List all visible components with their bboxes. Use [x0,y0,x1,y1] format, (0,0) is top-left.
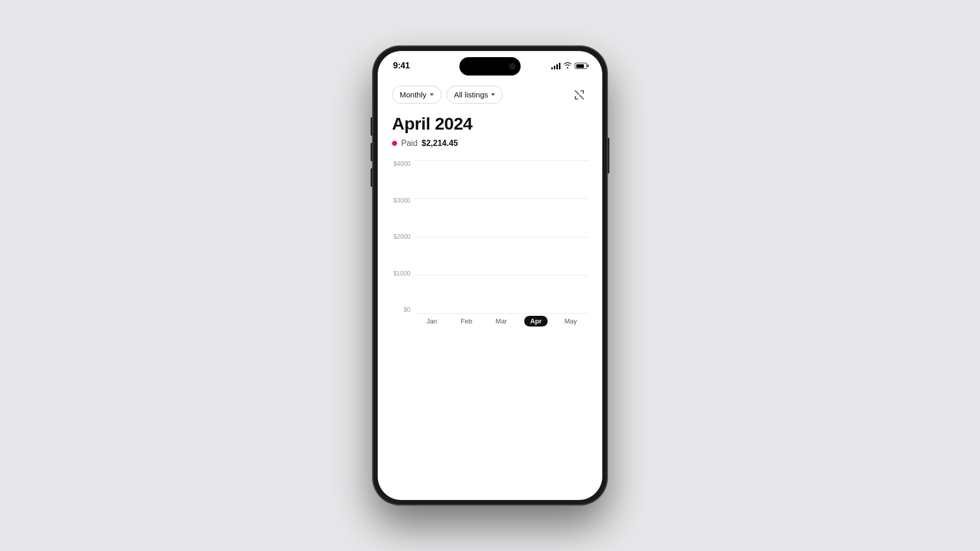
battery-icon [575,63,587,69]
main-content: Monthly All listings April 2024 Pai [378,78,602,329]
x-label-jan-wrapper: Jan [414,317,449,325]
camera-dot [509,63,516,69]
period-chevron-icon [430,93,434,96]
listing-chevron-icon [491,93,495,96]
y-label-2000: $2000 [392,233,414,240]
listing-label: All listings [454,90,488,99]
paid-dot [392,141,397,146]
x-label-may: May [565,317,577,325]
paid-label: Paid [401,139,418,148]
signal-icon [551,63,560,69]
status-icons [551,62,587,70]
phone-screen: 9:41 [378,51,602,500]
listing-filter[interactable]: All listings [447,86,503,104]
chart-plot-area [414,160,588,313]
chart-container: $4000 $3000 $2000 $1000 $0 [392,160,588,329]
dynamic-island [459,57,521,76]
x-label-may-wrapper: May [553,317,588,325]
x-label-apr-wrapper[interactable]: Apr [519,316,553,327]
collapse-button[interactable] [571,86,588,104]
x-label-apr[interactable]: Apr [524,316,548,327]
bars-area [414,160,588,313]
period-filter[interactable]: Monthly [392,86,442,104]
filter-row: Monthly All listings [392,78,588,114]
phone-frame: 9:41 [373,46,607,505]
status-time: 9:41 [393,61,410,71]
y-label-1000: $1000 [392,270,414,277]
y-label-4000: $4000 [392,160,414,167]
wifi-icon [564,62,572,70]
y-label-0: $0 [392,306,414,313]
chart-y-axis: $4000 $3000 $2000 $1000 $0 [392,160,414,313]
x-label-jan: Jan [427,317,437,325]
y-label-3000: $3000 [392,197,414,204]
x-axis-labels: Jan Feb Mar Apr May [414,313,588,329]
x-label-mar-wrapper: Mar [484,317,519,325]
x-label-feb: Feb [461,317,472,325]
period-label: Monthly [400,90,427,99]
x-label-mar: Mar [496,317,507,325]
paid-amount: $2,214.45 [422,139,458,148]
collapse-icon [574,89,585,101]
month-title: April 2024 [392,114,588,134]
x-label-feb-wrapper: Feb [449,317,484,325]
paid-row: Paid $2,214.45 [392,139,588,148]
